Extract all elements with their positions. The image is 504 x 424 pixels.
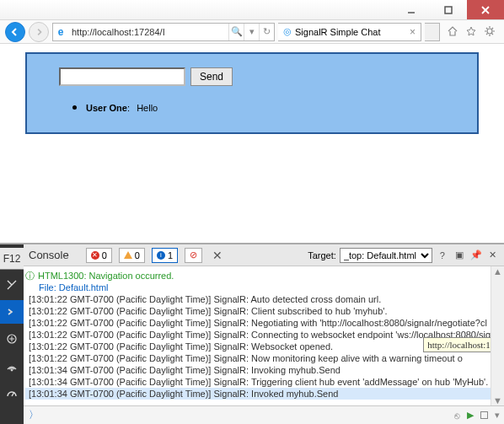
log-text: HTML1300: Navigation occurred.	[38, 270, 174, 282]
message-text: Hello	[137, 103, 158, 113]
log-text: [13:01:22 GMT-0700 (Pacific Daylight Tim…	[29, 341, 333, 352]
devtools-toolbar: Console ✕0 0 i1 ⊘ ✕ Target: _top: Defaul…	[24, 244, 504, 266]
browser-tab[interactable]: ◎ SignalR Simple Chat ×	[278, 23, 421, 41]
devtools-main: Console ✕0 0 i1 ⊘ ✕ Target: _top: Defaul…	[24, 244, 504, 424]
chevron-down-icon[interactable]: ▾	[495, 410, 500, 421]
tooltip: http://localhost:1	[423, 337, 495, 352]
close-button[interactable]	[467, 0, 504, 19]
chevron-icon[interactable]: 〉	[29, 408, 39, 422]
address-input[interactable]	[68, 27, 228, 37]
page-viewport: Send User One: Hello	[0, 44, 504, 243]
new-tab-button[interactable]	[425, 23, 440, 41]
svg-rect-1	[445, 7, 452, 13]
console-log[interactable]: ⓘHTML1300: Navigation occurred. File: De…	[24, 266, 504, 405]
ie-icon: e	[53, 24, 68, 40]
scrollbar[interactable]: ▲▼	[491, 266, 504, 405]
clear-icon[interactable]: ✕	[212, 249, 223, 262]
log-text: [13:01:34 GMT-0700 (Pacific Daylight Tim…	[29, 388, 338, 400]
help-icon[interactable]: ?	[436, 249, 449, 262]
search-dropdown-icon[interactable]: 🔍	[228, 24, 244, 40]
devtools-panel: F12 Console ✕0 0 i1 ⊘ ✕ Target: _top: De…	[0, 243, 504, 424]
play-icon[interactable]: ▶	[467, 410, 474, 421]
console-icon[interactable]	[0, 300, 24, 324]
log-text: [13:01:34 GMT-0700 (Pacific Daylight Tim…	[29, 376, 488, 388]
home-icon[interactable]	[447, 25, 458, 39]
tools-icon[interactable]	[484, 25, 496, 39]
console-title: Console	[29, 249, 69, 261]
svg-point-4	[487, 29, 492, 34]
log-text: [13:01:22 GMT-0700 (Pacific Daylight Tim…	[29, 352, 463, 364]
tab-close-icon[interactable]: ×	[410, 26, 416, 38]
undock-icon[interactable]: ▣	[453, 249, 466, 262]
network-icon[interactable]	[0, 354, 24, 378]
error-badge[interactable]: ✕0	[86, 248, 112, 263]
window-titlebar	[0, 0, 504, 20]
devtools-footer: 〉 ⎋ ▶ ▾	[24, 405, 504, 424]
devtools-sidebar: F12	[0, 244, 24, 424]
devtools-close-icon[interactable]: ✕	[486, 249, 500, 262]
message-user: User One	[86, 103, 127, 113]
filter-icon[interactable]: ⊘	[185, 248, 202, 263]
dom-explorer-icon[interactable]	[0, 273, 24, 297]
back-button[interactable]	[5, 22, 25, 42]
log-text: [13:01:22 GMT-0700 (Pacific Daylight Tim…	[29, 305, 387, 317]
maximize-button[interactable]	[430, 0, 467, 19]
target-label: Target:	[308, 250, 336, 260]
debugger-icon[interactable]	[0, 327, 24, 351]
tab-favicon: ◎	[283, 26, 292, 37]
address-bar[interactable]: e 🔍 ▾ ↻	[52, 23, 275, 41]
address-dropdown-icon[interactable]: ▾	[244, 24, 259, 40]
log-text: [13:01:22 GMT-0700 (Pacific Daylight Tim…	[29, 317, 487, 329]
log-file: File: Default.html	[39, 282, 503, 293]
svg-point-6	[11, 369, 13, 371]
send-button[interactable]: Send	[190, 67, 233, 86]
tab-title: SignalR Simple Chat	[295, 27, 406, 37]
list-item: User One: Hello	[86, 99, 460, 114]
log-text: [13:01:34 GMT-0700 (Pacific Daylight Tim…	[29, 364, 340, 376]
warning-badge[interactable]: 0	[119, 248, 145, 263]
refresh-icon[interactable]: ↻	[259, 24, 274, 40]
profiler-icon[interactable]	[0, 381, 24, 405]
info-badge[interactable]: i1	[152, 248, 178, 263]
chat-panel: Send User One: Hello	[25, 52, 479, 134]
break-icon[interactable]: ⎋	[454, 411, 460, 421]
f12-label: F12	[0, 248, 24, 270]
message-list: User One: Hello	[44, 99, 460, 114]
info-icon: ⓘ	[25, 270, 35, 282]
favorites-icon[interactable]	[465, 25, 477, 39]
stop-icon[interactable]	[480, 411, 488, 419]
target-select[interactable]: _top: Default.html	[340, 248, 432, 263]
browser-navbar: e 🔍 ▾ ↻ ◎ SignalR Simple Chat ×	[0, 20, 504, 44]
pin-icon[interactable]: 📌	[469, 249, 483, 262]
log-text: [13:01:22 GMT-0700 (Pacific Daylight Tim…	[29, 293, 381, 305]
minimize-button[interactable]	[393, 0, 430, 19]
message-input[interactable]	[59, 67, 185, 86]
forward-button[interactable]	[29, 22, 49, 42]
